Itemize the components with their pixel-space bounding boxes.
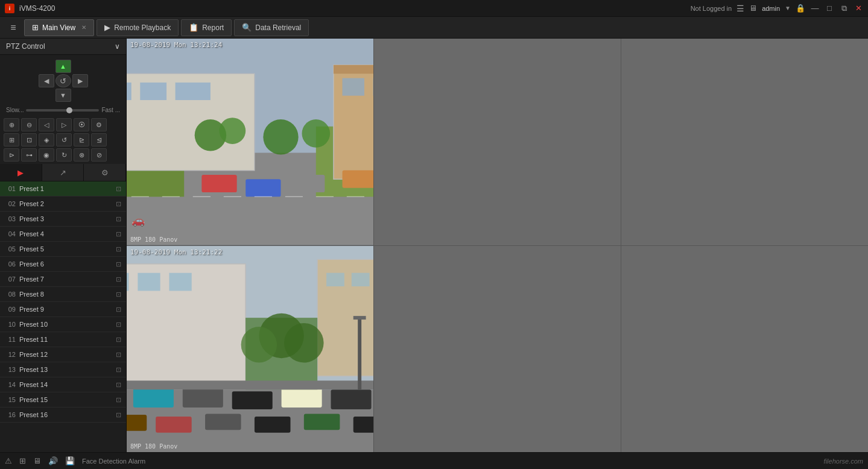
preset-item-01[interactable]: 01 Preset 1 ⊡ <box>0 181 126 197</box>
close-button[interactable]: ✕ <box>854 4 863 13</box>
camera-cell-4[interactable] <box>621 39 868 245</box>
ptz-iris-open-button[interactable]: ⦿ <box>74 118 89 131</box>
preset-item-08[interactable]: 08 Preset 8 ⊡ <box>0 287 126 302</box>
user-label[interactable]: admin <box>762 5 780 12</box>
restore-button[interactable]: □ <box>825 4 834 13</box>
preset-item-03[interactable]: 03 Preset 3 ⊡ <box>0 212 126 227</box>
preset-save-icon-13[interactable]: ⊡ <box>116 366 121 374</box>
preset-item-15[interactable]: 15 Preset 15 ⊡ <box>0 392 126 408</box>
speed-fast-label: Fast ... <box>101 107 120 113</box>
ptz-focus-far-button[interactable]: ▷ <box>56 118 72 131</box>
svg-rect-15 <box>290 175 325 192</box>
minimize-button[interactable]: — <box>810 4 820 13</box>
ptz-light-button[interactable]: ◈ <box>39 133 54 146</box>
maximize-button[interactable]: ⧉ <box>839 4 849 13</box>
ptz-wiper-button[interactable]: ↺ <box>56 133 72 146</box>
ptz-aux3-button[interactable]: ⊳ <box>4 148 19 162</box>
preset-item-13[interactable]: 13 Preset 13 ⊡ <box>0 362 126 377</box>
preset-save-icon-08[interactable]: ⊡ <box>116 291 121 298</box>
preset-save-icon-14[interactable]: ⊡ <box>116 381 121 389</box>
ptz-collapse-button[interactable]: ∨ <box>115 42 120 51</box>
preset-num-02: 02 <box>5 200 16 207</box>
preset-item-07[interactable]: 07 Preset 7 ⊡ <box>0 272 126 287</box>
preset-tab-tour[interactable]: ↗ <box>42 164 84 181</box>
volume-icon[interactable]: 🔊 <box>48 456 58 465</box>
list-icon[interactable]: ☰ <box>737 4 744 13</box>
preset-item-16[interactable]: 16 Preset 16 ⊡ <box>0 408 126 423</box>
preset-item-05[interactable]: 05 Preset 5 ⊡ <box>0 242 126 257</box>
tab-report-label: Report <box>202 24 224 32</box>
speed-slow-label: Slow... <box>6 107 24 113</box>
ptz-aux4-button[interactable]: ⊶ <box>21 148 37 162</box>
camera-cell-5[interactable] <box>374 246 621 453</box>
ptz-extra1-button[interactable]: ◉ <box>39 148 54 162</box>
ptz-zoom-in-button[interactable]: ⊕ <box>4 118 19 131</box>
preset-save-icon-01[interactable]: ⊡ <box>116 185 121 193</box>
left-panel: PTZ Control ∨ ▲ ◀ ↺ ▶ ▼ Slow... <box>0 39 127 452</box>
lock-icon[interactable]: 🔒 <box>796 4 805 13</box>
ptz-extra4-button[interactable]: ⊘ <box>91 148 107 162</box>
preset-name-03: Preset 3 <box>19 215 112 222</box>
preset-item-10[interactable]: 10 Preset 10 ⊡ <box>0 317 126 332</box>
preset-save-icon-05[interactable]: ⊡ <box>116 245 121 253</box>
status-icon-2[interactable]: ⊞ <box>19 456 26 465</box>
preset-tab-preset[interactable]: ▶ <box>0 164 42 181</box>
ptz-aux2-button[interactable]: ⊴ <box>91 133 107 146</box>
ptz-center2-button[interactable]: ⊡ <box>21 133 37 146</box>
preset-item-04[interactable]: 04 Preset 4 ⊡ <box>0 227 126 242</box>
svg-rect-45 <box>255 416 291 432</box>
status-icon-3[interactable]: 🖥 <box>33 456 41 465</box>
statusbar: ⚠ ⊞ 🖥 🔊 💾 Face Detection Alarm filehorse… <box>0 452 868 469</box>
camera-cell-3[interactable] <box>374 39 621 245</box>
ptz-left-button[interactable]: ◀ <box>39 74 54 87</box>
preset-item-11[interactable]: 11 Preset 11 ⊡ <box>0 332 126 347</box>
save-icon[interactable]: 💾 <box>65 456 75 465</box>
preset-save-icon-09[interactable]: ⊡ <box>116 306 121 313</box>
preset-item-02[interactable]: 02 Preset 2 ⊡ <box>0 197 126 212</box>
monitor-icon[interactable]: 🖥 <box>749 4 757 13</box>
face-alarm-text: Face Detection Alarm <box>82 458 145 465</box>
svg-rect-40 <box>331 389 372 409</box>
preset-save-icon-11[interactable]: ⊡ <box>116 336 121 344</box>
preset-item-14[interactable]: 14 Preset 14 ⊡ <box>0 377 126 392</box>
preset-save-icon-10[interactable]: ⊡ <box>116 321 121 329</box>
ptz-center-button[interactable]: ↺ <box>55 74 71 87</box>
tab-data-retrieval[interactable]: 🔍 Data Retrieval <box>234 19 309 36</box>
preset-save-icon-16[interactable]: ⊡ <box>116 411 121 419</box>
ptz-right-button[interactable]: ▶ <box>72 74 88 87</box>
preset-tab-pattern[interactable]: ⚙ <box>84 164 126 181</box>
preset-item-12[interactable]: 12 Preset 12 ⊡ <box>0 347 126 362</box>
preset-save-icon-04[interactable]: ⊡ <box>116 230 121 238</box>
tab-data-retrieval-label: Data Retrieval <box>255 24 301 32</box>
preset-num-01: 01 <box>5 185 16 192</box>
tab-report[interactable]: 📋 Report <box>181 19 232 36</box>
speed-slider[interactable] <box>26 109 99 112</box>
ptz-aux1-button[interactable]: ⊵ <box>74 133 89 146</box>
tab-main-view[interactable]: ⊞ Main View ✕ <box>24 19 94 36</box>
ptz-iris-close-button[interactable]: ⚙ <box>91 118 107 131</box>
ptz-up-button[interactable]: ▲ <box>55 60 71 73</box>
status-icon-1[interactable]: ⚠ <box>5 456 12 465</box>
tab-remote-playback[interactable]: ▶ Remote Playback <box>97 19 179 36</box>
ptz-down-button[interactable]: ▼ <box>55 89 71 102</box>
preset-save-icon-02[interactable]: ⊡ <box>116 200 121 208</box>
camera-cell-2[interactable]: 19-08-2019 Mon 13:21:22 8MP 180 Panov <box>127 246 373 453</box>
preset-num-09: 09 <box>5 306 16 313</box>
preset-item-09[interactable]: 09 Preset 9 ⊡ <box>0 302 126 317</box>
tab-main-view-close[interactable]: ✕ <box>81 24 86 31</box>
ptz-focus-near-button[interactable]: ◁ <box>39 118 54 131</box>
preset-save-icon-06[interactable]: ⊡ <box>116 260 121 268</box>
hamburger-menu-button[interactable]: ≡ <box>5 19 22 36</box>
dropdown-icon[interactable]: ▼ <box>785 5 791 11</box>
camera-cell-6[interactable] <box>621 246 868 453</box>
ptz-zoom-out-button[interactable]: ⊖ <box>21 118 37 131</box>
ptz-extra3-button[interactable]: ⊗ <box>74 148 89 162</box>
ptz-extra2-button[interactable]: ↻ <box>56 148 72 162</box>
ptz-3d-button[interactable]: ⊞ <box>4 133 19 146</box>
preset-item-06[interactable]: 06 Preset 6 ⊡ <box>0 257 126 272</box>
preset-save-icon-03[interactable]: ⊡ <box>116 215 121 223</box>
preset-save-icon-07[interactable]: ⊡ <box>116 275 121 283</box>
preset-save-icon-15[interactable]: ⊡ <box>116 396 121 404</box>
preset-save-icon-12[interactable]: ⊡ <box>116 351 121 359</box>
camera-cell-1[interactable]: 19-08-2019 Mon 13:21:24 🚗 8MP 180 Panov <box>127 39 373 245</box>
